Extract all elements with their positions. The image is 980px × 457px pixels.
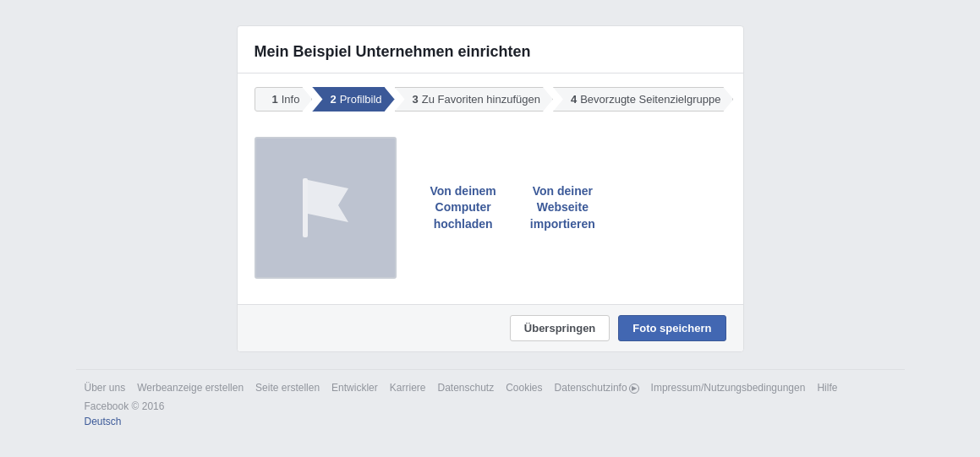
footer-link-help[interactable]: Hilfe: [817, 382, 837, 394]
import-from-website[interactable]: Von deinerWebseiteimportieren: [530, 183, 595, 233]
card-footer: Überspringen Foto speichern: [238, 304, 743, 351]
footer-link-developers[interactable]: Entwickler: [331, 382, 378, 394]
step-2-number: 2: [330, 93, 336, 106]
footer-links: Über uns Werbeanzeige erstellen Seite er…: [85, 382, 896, 394]
upload-options: Von deinemComputerhochladen Von deinerWe…: [430, 183, 595, 233]
footer-link-create-page[interactable]: Seite erstellen: [255, 382, 320, 394]
profile-image-placeholder: [255, 137, 397, 279]
svg-rect-0: [303, 178, 308, 237]
footer-link-ads[interactable]: Werbeanzeige erstellen: [137, 382, 244, 394]
footer-link-privacy-info[interactable]: Datenschutzinfo▶: [555, 382, 639, 394]
setup-card: Mein Beispiel Unternehmen einrichten 1 I…: [237, 25, 744, 352]
step-1-label: Info: [282, 93, 300, 106]
upload-from-computer[interactable]: Von deinemComputerhochladen: [430, 183, 496, 233]
save-photo-button[interactable]: Foto speichern: [618, 315, 725, 341]
footer-link-cookies[interactable]: Cookies: [506, 382, 542, 394]
step-3-label: Zu Favoriten hinzufügen: [422, 93, 540, 106]
footer-link-about[interactable]: Über uns: [85, 382, 126, 394]
steps-nav: 1 Info 2 Profilbild 3 Zu Favoriten hinzu…: [255, 87, 726, 112]
flag-icon: [287, 170, 364, 246]
footer-link-career[interactable]: Karriere: [390, 382, 426, 394]
step-3[interactable]: 3 Zu Favoriten hinzufügen: [395, 87, 553, 112]
footer-link-impressum[interactable]: Impressum/Nutzungsbedingungen: [651, 382, 806, 394]
step-4[interactable]: 4 Bevorzugte Seitenzielgruppe: [553, 87, 733, 112]
step-4-number: 4: [571, 93, 577, 106]
skip-button[interactable]: Überspringen: [510, 315, 610, 341]
footer-copyright: Facebook © 2016: [85, 400, 896, 412]
footer-language[interactable]: Deutsch: [85, 416, 896, 427]
card-title: Mein Beispiel Unternehmen einrichten: [255, 43, 726, 61]
footer-link-privacy[interactable]: Datenschutz: [437, 382, 494, 394]
site-footer: Über uns Werbeanzeige erstellen Seite er…: [76, 369, 905, 439]
step-1-number: 1: [272, 93, 278, 106]
step-2-label: Profilbild: [340, 93, 382, 106]
step-3-number: 3: [413, 93, 419, 106]
privacy-icon: ▶: [629, 384, 639, 394]
step-1[interactable]: 1 Info: [255, 87, 313, 112]
divider-top: [238, 73, 743, 73]
page-wrapper: Mein Beispiel Unternehmen einrichten 1 I…: [0, 0, 980, 439]
step-4-label: Bevorzugte Seitenzielgruppe: [580, 93, 720, 106]
profile-section: Von deinemComputerhochladen Von deinerWe…: [255, 128, 726, 304]
step-2[interactable]: 2 Profilbild: [312, 87, 394, 112]
